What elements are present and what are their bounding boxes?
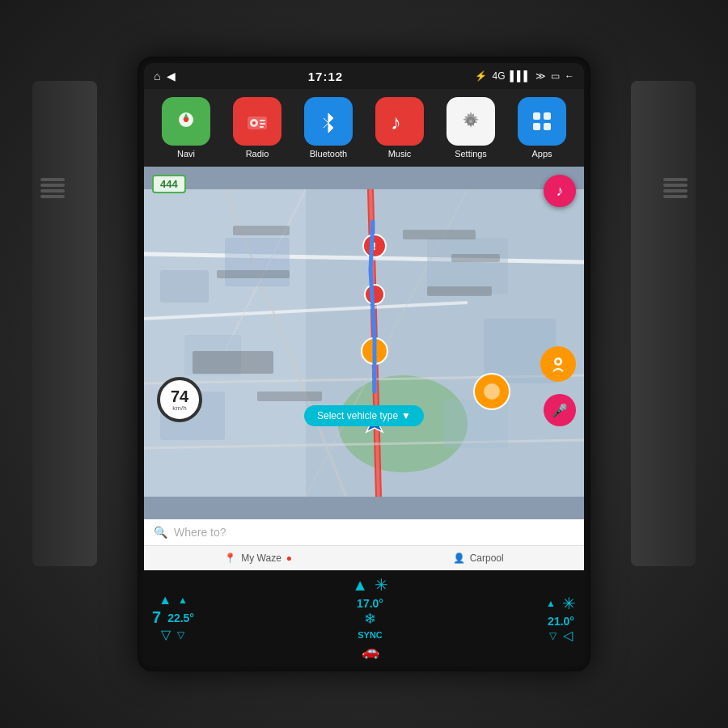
svg-rect-47	[193, 351, 273, 374]
car-surround: ⌂ ◀ 17:12 ⚡ 4G ▌▌▌ ≫ ▭ ←	[0, 0, 728, 728]
bluetooth-label: Bluetooth	[310, 149, 347, 159]
vehicle-type-button[interactable]: Select vehicle type ▼	[304, 405, 424, 426]
app-music[interactable]: ♪ Music	[375, 97, 424, 159]
app-navi[interactable]: Navi	[162, 97, 210, 159]
left-fan-down[interactable]: ▽	[161, 629, 171, 641]
left-fan-up[interactable]: ▲	[159, 594, 171, 607]
car-seat-icon: 🚗	[362, 642, 379, 660]
ac-icon[interactable]: ❄	[364, 610, 376, 628]
map-svg: ! 2	[144, 167, 584, 519]
left-temp-value: 22.5°	[167, 612, 194, 624]
left-panel	[32, 81, 97, 566]
svg-rect-50	[427, 286, 492, 296]
vehicle-type-chevron: ▼	[401, 410, 411, 421]
climate-bar: ▲ ▲ 7 22.5° ▽ ▽ ▲ ✳	[144, 570, 584, 665]
screen-bezel: ⌂ ◀ 17:12 ⚡ 4G ▌▌▌ ≫ ▭ ←	[138, 57, 590, 671]
search-icon: 🔍	[154, 526, 167, 539]
window-icon[interactable]: ▭	[551, 70, 560, 82]
svg-rect-13	[533, 112, 540, 120]
right-temp-down[interactable]: ▽	[549, 631, 557, 641]
app-radio[interactable]: Radio	[233, 97, 281, 159]
left-vent	[40, 178, 65, 198]
svg-rect-14	[544, 112, 551, 120]
fan-speed-up[interactable]: ▲	[352, 577, 368, 593]
speed-value: 74	[171, 388, 188, 404]
back-icon[interactable]: ←	[565, 70, 574, 82]
vehicle-type-label: Select vehicle type	[317, 410, 398, 421]
status-right: ⚡ 4G ▌▌▌ ≫ ▭ ←	[475, 70, 574, 82]
svg-rect-51	[451, 254, 500, 262]
record-fab[interactable]: 🎤	[544, 394, 576, 426]
svg-rect-34	[427, 238, 508, 294]
navi-icon	[162, 97, 210, 146]
right-fan-icon: ✳	[562, 594, 576, 613]
svg-rect-8	[260, 126, 264, 128]
main-screen: ⌂ ◀ 17:12 ⚡ 4G ▌▌▌ ≫ ▭ ←	[144, 63, 584, 665]
waze-nav-bar: 📍 My Waze ● 👤 Carpool	[144, 545, 584, 570]
app-apps[interactable]: Apps	[518, 97, 566, 159]
radio-label: Radio	[246, 149, 269, 159]
left-temp-down[interactable]: ▽	[177, 630, 184, 640]
radio-icon	[233, 97, 281, 146]
svg-point-44	[484, 383, 500, 400]
svg-text:♪: ♪	[391, 110, 401, 134]
carpool-icon: 👤	[453, 552, 465, 564]
svg-point-2	[184, 117, 188, 122]
road-number-badge: 444	[152, 175, 186, 193]
center-temp-value: 17.0°	[357, 597, 383, 610]
orange-fab[interactable]	[540, 346, 576, 382]
svg-rect-16	[544, 123, 551, 130]
home-icon[interactable]: ⌂	[154, 70, 160, 83]
svg-rect-15	[533, 123, 540, 130]
my-waze-icon: 📍	[224, 552, 236, 564]
right-panel	[631, 81, 696, 566]
back-arrow-climate[interactable]: ◁	[563, 629, 573, 642]
app-settings[interactable]: Settings	[447, 97, 495, 159]
music-fab[interactable]: ♪	[544, 175, 576, 207]
fan-icon: ✳	[375, 575, 388, 595]
left-fan-num: 7	[152, 608, 161, 627]
apps-icon	[518, 97, 566, 146]
apps-label: Apps	[531, 149, 552, 159]
search-placeholder: Where to?	[174, 526, 574, 539]
right-temp-up[interactable]: ▲	[546, 599, 556, 608]
volume-icon[interactable]: ◀	[167, 70, 176, 83]
svg-rect-48	[257, 392, 322, 401]
right-vent	[663, 178, 688, 198]
carpool-label: Carpool	[470, 552, 504, 564]
app-bar: Navi Radio	[144, 89, 584, 167]
bluetooth-app-icon	[304, 97, 353, 146]
svg-point-41	[365, 285, 384, 304]
svg-rect-46	[217, 270, 290, 278]
speed-unit: km/h	[172, 404, 186, 412]
svg-rect-30	[160, 270, 209, 303]
status-bar: ⌂ ◀ 17:12 ⚡ 4G ▌▌▌ ≫ ▭ ←	[144, 63, 584, 89]
status-left: ⌂ ◀	[154, 70, 176, 83]
svg-rect-7	[260, 123, 265, 125]
double-chevron-icon[interactable]: ≫	[535, 70, 546, 82]
map-area: ! 2	[144, 167, 584, 519]
music-label: Music	[388, 149, 412, 159]
svg-rect-6	[260, 120, 265, 121]
search-bar[interactable]: 🔍 Where to?	[144, 519, 584, 545]
speed-badge: 74 km/h	[157, 377, 202, 422]
carpool-item[interactable]: 👤 Carpool	[453, 552, 504, 564]
settings-label: Settings	[455, 149, 487, 159]
app-bluetooth[interactable]: Bluetooth	[304, 97, 353, 159]
svg-rect-45	[233, 226, 290, 235]
svg-point-53	[557, 360, 561, 364]
svg-rect-49	[403, 230, 476, 239]
left-temp-up[interactable]: ▲	[178, 595, 188, 605]
network-indicator: 4G	[492, 70, 505, 82]
my-waze-item[interactable]: 📍 My Waze ●	[224, 552, 292, 564]
sync-label[interactable]: SYNC	[358, 630, 383, 640]
right-temp-value: 21.0°	[548, 615, 574, 628]
settings-icon	[447, 97, 495, 146]
svg-rect-31	[225, 238, 290, 286]
bluetooth-icon: ⚡	[475, 70, 487, 82]
my-waze-dot: ●	[286, 552, 292, 564]
svg-point-12	[469, 120, 472, 123]
clock: 17:12	[308, 70, 343, 83]
svg-point-5	[252, 121, 256, 125]
signal-icon: ▌▌▌	[510, 70, 531, 82]
